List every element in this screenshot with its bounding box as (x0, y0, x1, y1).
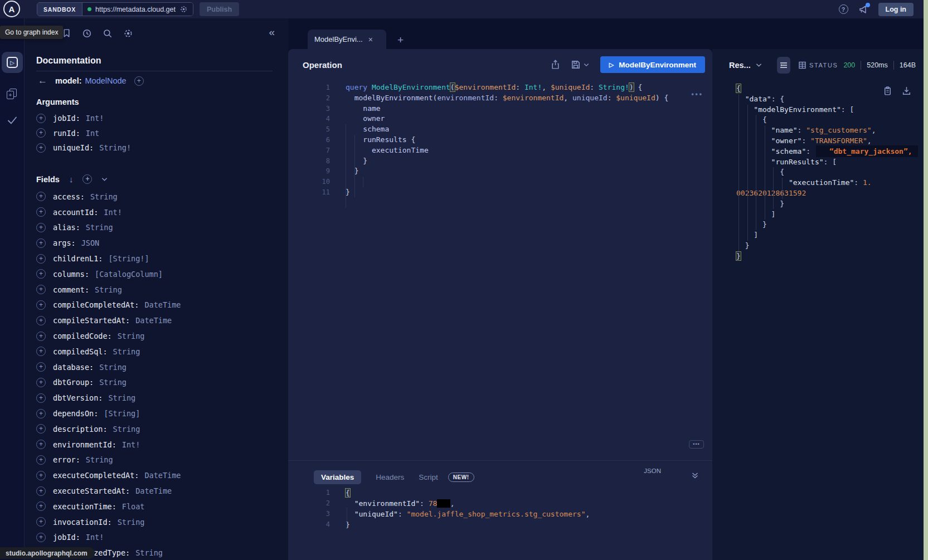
doc-field-row[interactable]: +runId:Int (36, 126, 288, 141)
add-field-icon[interactable]: + (36, 114, 46, 123)
field-type[interactable]: Int! (86, 114, 104, 123)
add-field-icon[interactable]: + (36, 393, 46, 403)
type-name-link[interactable]: ModelNode (85, 76, 127, 85)
add-field-icon[interactable]: + (36, 362, 46, 372)
publish-button[interactable]: Publish (200, 2, 239, 16)
field-type[interactable]: JSON (81, 238, 100, 247)
field-type[interactable]: DateTime (144, 300, 181, 309)
explorer-nav-item[interactable]: ▷ (2, 52, 23, 73)
add-field-icon[interactable]: + (36, 440, 46, 449)
save-dropdown-chevron-icon[interactable] (584, 63, 589, 67)
doc-field-row[interactable]: +invocationId:String (36, 514, 288, 530)
add-field-icon[interactable]: + (36, 128, 46, 138)
code-line[interactable]: 7 executionTime (308, 145, 712, 156)
add-field-icon[interactable]: + (36, 332, 46, 341)
code-line[interactable]: ] (736, 230, 924, 241)
add-field-icon[interactable]: + (36, 533, 46, 542)
field-type[interactable]: String (113, 347, 140, 356)
add-field-icon[interactable]: + (36, 192, 46, 201)
add-field-icon[interactable]: + (36, 316, 46, 325)
doc-field-row[interactable]: +args:JSON (36, 235, 288, 251)
doc-field-row[interactable]: +dependsOn:[String] (36, 406, 288, 421)
add-field-icon[interactable]: + (36, 501, 46, 511)
search-icon[interactable] (103, 28, 113, 38)
code-line[interactable]: 2 "environmentId": 78 , (308, 498, 712, 509)
code-line[interactable]: 9 } (308, 166, 712, 177)
field-type[interactable]: String (99, 378, 127, 387)
add-field-icon[interactable]: + (36, 347, 46, 356)
checks-nav-item[interactable] (7, 115, 18, 125)
doc-field-row[interactable]: +description:String (36, 421, 288, 437)
doc-field-row[interactable]: +error:String (36, 452, 288, 468)
add-field-icon[interactable]: + (36, 378, 46, 387)
field-type[interactable]: [CatalogColumn] (95, 270, 163, 279)
doc-field-row[interactable]: +environmentId:Int! (36, 437, 288, 452)
collapse-sidebar-icon[interactable]: « (269, 26, 275, 38)
code-line[interactable]: 10 (308, 177, 712, 187)
doc-field-row[interactable]: +comment:String (36, 282, 288, 298)
add-field-icon[interactable]: + (36, 517, 46, 527)
field-type[interactable]: String (90, 192, 118, 201)
doc-field-row[interactable]: +compileCompletedAt:DateTime (36, 298, 288, 313)
doc-field-row[interactable]: +jobId:Int! (36, 111, 288, 126)
help-icon[interactable]: ? (839, 4, 848, 14)
code-line[interactable]: } (736, 241, 924, 251)
add-field-icon[interactable]: + (36, 143, 46, 153)
doc-field-row[interactable]: +dbtGroup:String (36, 375, 288, 391)
close-tab-icon[interactable]: × (368, 35, 373, 44)
add-all-fields-icon[interactable]: + (82, 174, 92, 184)
code-line[interactable]: } (736, 251, 924, 262)
doc-field-row[interactable]: +executeCompletedAt:DateTime (36, 468, 288, 483)
field-type[interactable]: String (113, 425, 140, 434)
field-type[interactable]: String (118, 518, 145, 527)
endpoint-url-field[interactable]: https://metadata.cloud.get (82, 3, 193, 16)
tab-script[interactable]: Script (419, 473, 438, 481)
doc-field-row[interactable]: +compiledSql:String (36, 344, 288, 359)
doc-field-row[interactable]: +dbtVersion:String (36, 390, 288, 406)
collections-nav-item[interactable]: + (7, 89, 18, 100)
field-type[interactable]: Int! (86, 533, 104, 542)
code-line[interactable]: { (736, 115, 924, 125)
table-view-toggle[interactable] (796, 57, 809, 74)
share-icon[interactable] (551, 60, 560, 70)
doc-field-row[interactable]: +columns:[CatalogColumn] (36, 266, 288, 282)
code-line[interactable]: 4} (308, 519, 712, 530)
apollo-logo-icon[interactable]: A (3, 1, 20, 17)
code-line[interactable]: 5 schema (308, 124, 712, 135)
new-tab-button[interactable]: + (397, 34, 404, 46)
add-field-icon[interactable]: + (36, 486, 46, 496)
doc-field-row[interactable]: +executeStartedAt:DateTime (36, 483, 288, 499)
code-line[interactable]: 11} (308, 187, 712, 198)
add-field-icon[interactable]: + (36, 269, 46, 279)
field-type[interactable]: String (99, 363, 127, 372)
code-line[interactable]: 6 runResults { (308, 135, 712, 145)
code-line[interactable]: 3 name (308, 104, 712, 114)
add-field-icon[interactable]: + (36, 424, 46, 434)
editor-overflow-menu[interactable]: ••• (691, 90, 703, 98)
code-line[interactable]: 3 "uniqueId": "model.jaffle_shop_metrics… (308, 509, 712, 519)
code-line[interactable]: 4 owner (308, 114, 712, 124)
variables-editor[interactable]: 1{2 "environmentId": 78 ,3 "uniqueId": "… (288, 488, 712, 530)
field-type[interactable]: Int (86, 129, 99, 138)
code-line[interactable]: "modelByEnvironment": [ (736, 105, 924, 115)
doc-field-row[interactable]: +executionTime:Float (36, 499, 288, 514)
announcements-megaphone-icon[interactable] (858, 4, 869, 15)
tab-headers[interactable]: Headers (376, 473, 404, 481)
bookmark-icon[interactable] (62, 28, 71, 38)
add-field-icon[interactable]: + (36, 207, 46, 217)
add-field-icon[interactable]: + (36, 254, 46, 264)
json-view-toggle[interactable] (777, 57, 790, 74)
field-type[interactable]: DateTime (135, 316, 172, 325)
field-type[interactable]: Int! (122, 440, 140, 449)
run-operation-button[interactable]: ▷ ModelByEnvironment (600, 56, 705, 73)
sort-fields-icon[interactable]: ↓ (69, 174, 74, 184)
tab-modelbyenvironment[interactable]: ModelByEnvi... × (308, 30, 386, 49)
doc-field-row[interactable]: +compileStartedAt:DateTime (36, 313, 288, 328)
keyboard-shortcuts-button[interactable]: ••• (689, 440, 704, 449)
add-type-icon[interactable]: + (134, 76, 144, 86)
operation-editor[interactable]: 1query ModelByEnvironment($environmentId… (288, 80, 712, 460)
add-field-icon[interactable]: + (36, 238, 46, 248)
add-field-icon[interactable]: + (36, 300, 46, 310)
field-type[interactable]: [String] (104, 409, 140, 418)
field-type[interactable]: Float (122, 502, 145, 511)
